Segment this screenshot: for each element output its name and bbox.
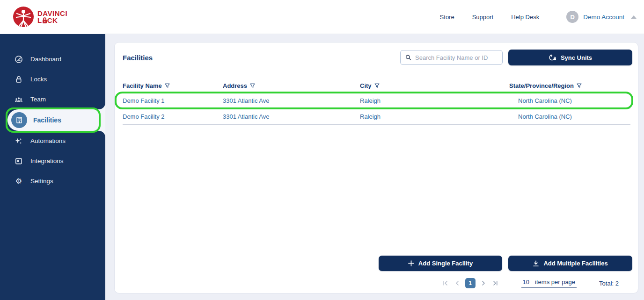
items-per-page-value: 10: [523, 279, 529, 286]
brand-logo[interactable]: DAVINCI LCK: [13, 7, 67, 27]
settings-icon: ⚙: [15, 177, 23, 186]
nav-link-help-desk[interactable]: Help Desk: [511, 14, 539, 21]
facility-actions: Add Single Facility Add Multiple Facilit…: [379, 256, 632, 271]
sidebar-item-label: Facilities: [33, 116, 61, 124]
active-tab-corner: [99, 103, 105, 109]
column-header-address[interactable]: Address: [223, 82, 360, 89]
facilities-table: Facility Name Address City State/Provinc…: [123, 79, 630, 125]
plus-icon: [408, 260, 414, 266]
table-row-demo-facility-1[interactable]: Demo Facility 1 3301 Atlantic Ave Raleig…: [123, 93, 630, 109]
sidebar-item-label: Team: [30, 96, 46, 103]
chevron-up-icon: [631, 15, 637, 19]
items-per-page-label: items per page: [535, 279, 575, 286]
sidebar-item-automations[interactable]: Automations: [0, 131, 105, 151]
sidebar-item-label: Dashboard: [30, 56, 61, 63]
cell-address: 3301 Atlantic Ave: [223, 97, 360, 104]
total-count: Total: 2: [599, 280, 619, 287]
items-per-page-select[interactable]: 10 items per page: [521, 279, 577, 288]
next-page-button[interactable]: [480, 279, 487, 287]
cell-city: Raleigh: [360, 113, 509, 120]
table-header-row: Facility Name Address City State/Provinc…: [123, 79, 630, 93]
page-title: Facilities: [123, 54, 153, 62]
integrations-icon: [15, 157, 23, 165]
panel-controls: Sync Units: [400, 50, 632, 65]
sidebar-item-facilities[interactable]: Facilities: [7, 109, 105, 131]
cell-state: North Carolina (NC): [509, 97, 630, 104]
sidebar-item-label: Settings: [30, 178, 53, 185]
sync-units-label: Sync Units: [561, 54, 592, 61]
sync-units-button[interactable]: Sync Units: [508, 50, 632, 65]
sidebar-item-integrations[interactable]: Integrations: [0, 151, 105, 171]
pager: 1: [442, 278, 499, 288]
first-page-button[interactable]: [442, 279, 449, 287]
last-page-button[interactable]: [491, 279, 499, 287]
current-page-button[interactable]: 1: [465, 278, 476, 288]
add-single-facility-label: Add Single Facility: [418, 260, 473, 267]
search-icon: [405, 54, 411, 61]
panel-header: Facilities Sync Units: [115, 43, 638, 72]
sidebar: Dashboard Locks Team Facilities Automati…: [0, 34, 105, 300]
vitruvian-man-logo-icon: [13, 7, 34, 27]
column-header-city[interactable]: City: [360, 82, 509, 89]
sidebar-item-locks[interactable]: Locks: [0, 69, 105, 89]
team-icon: [15, 95, 23, 104]
cell-facility-name: Demo Facility 1: [123, 97, 223, 104]
filter-funnel-icon[interactable]: [250, 83, 255, 88]
account-menu[interactable]: D Demo Account: [566, 11, 637, 23]
previous-page-button[interactable]: [454, 279, 461, 287]
dashboard-icon: [15, 55, 23, 64]
sync-lock-icon: [549, 54, 556, 61]
facilities-panel: Facilities Sync Units Facility Name Addr…: [114, 42, 638, 293]
sidebar-item-label: Locks: [30, 76, 47, 83]
add-multiple-facilities-button[interactable]: Add Multiple Facilities: [508, 256, 632, 271]
table-row-demo-facility-2[interactable]: Demo Facility 2 3301 Atlantic Ave Raleig…: [123, 109, 630, 125]
add-multiple-facilities-label: Add Multiple Facilities: [543, 260, 607, 267]
nav-link-support[interactable]: Support: [472, 14, 494, 21]
sidebar-item-settings[interactable]: ⚙ Settings: [0, 171, 105, 191]
brand-wordmark: DAVINCI LCK: [37, 10, 67, 24]
cell-address: 3301 Atlantic Ave: [223, 113, 360, 120]
filter-funnel-icon[interactable]: [577, 83, 582, 88]
filter-funnel-icon[interactable]: [165, 83, 170, 88]
nav-link-store[interactable]: Store: [440, 14, 454, 21]
sidebar-item-label: Integrations: [30, 157, 64, 164]
cell-state: North Carolina (NC): [509, 113, 630, 120]
automations-icon: [15, 137, 23, 145]
sidebar-item-dashboard[interactable]: Dashboard: [0, 49, 105, 69]
avatar: D: [566, 11, 578, 23]
active-tab-corner: [99, 131, 105, 137]
cell-city: Raleigh: [360, 97, 509, 104]
download-icon: [533, 260, 539, 267]
facilities-icon: [11, 112, 27, 128]
lock-letter-icon: [42, 17, 47, 23]
facility-search: [400, 50, 503, 65]
brand-line1: DAVINCI: [37, 10, 67, 17]
column-header-state[interactable]: State/Province/Region: [509, 82, 630, 89]
lock-icon: [15, 75, 23, 84]
brand-line2: LCK: [37, 17, 67, 24]
account-name: Demo Account: [583, 14, 624, 21]
top-header: DAVINCI LCK Store Support Help Desk D De…: [0, 0, 644, 34]
search-input[interactable]: [415, 54, 498, 61]
sidebar-item-label: Automations: [30, 137, 66, 144]
pagination-bar: 1 10 items per page Total: 2: [122, 277, 630, 289]
add-single-facility-button[interactable]: Add Single Facility: [379, 256, 502, 271]
cell-facility-name: Demo Facility 2: [123, 113, 223, 120]
column-header-facility-name[interactable]: Facility Name: [123, 82, 223, 89]
header-nav: Store Support Help Desk D Demo Account: [440, 11, 644, 23]
sidebar-item-team[interactable]: Team: [0, 89, 105, 109]
filter-funnel-icon[interactable]: [374, 83, 380, 88]
